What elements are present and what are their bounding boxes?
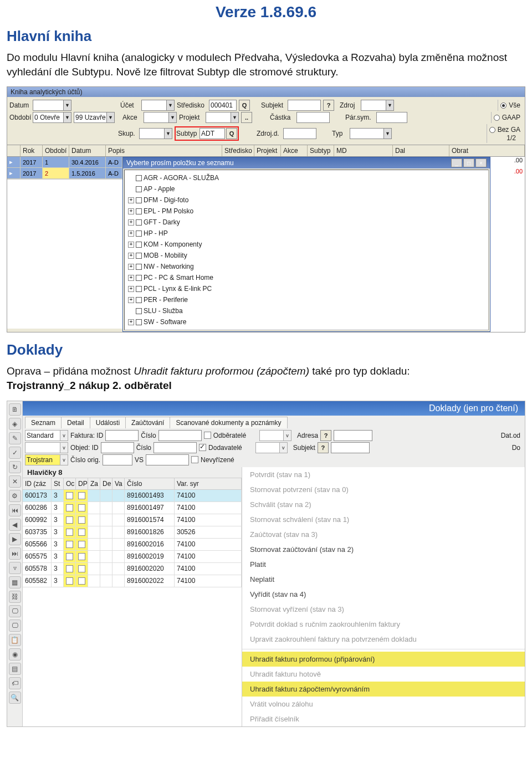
zdroj-combo[interactable]: ▼ bbox=[361, 100, 394, 111]
combo[interactable]: v bbox=[255, 442, 288, 453]
cislo2-input[interactable] bbox=[154, 442, 197, 453]
subjekt-input[interactable] bbox=[331, 442, 370, 453]
expand-icon[interactable]: + bbox=[128, 242, 134, 248]
edit-icon[interactable]: ✎ bbox=[9, 432, 21, 444]
prev-icon[interactable]: ◀ bbox=[9, 519, 21, 531]
expand-icon[interactable]: + bbox=[128, 297, 134, 303]
monitor-icon[interactable]: 🖵 bbox=[9, 605, 21, 617]
tree-node[interactable]: +PCL - Lynx & E-link PC bbox=[128, 283, 485, 294]
menu-item[interactable]: Platit bbox=[242, 557, 525, 572]
radio-gaap[interactable]: GAAP bbox=[494, 113, 520, 122]
list-icon[interactable]: ▤ bbox=[9, 663, 21, 675]
chevron-down-icon[interactable]: ▼ bbox=[168, 112, 176, 122]
stredisko-input[interactable]: 000401 bbox=[209, 100, 237, 111]
tab[interactable]: Detail bbox=[61, 417, 90, 428]
subtyp-input[interactable]: ADT bbox=[200, 128, 225, 139]
ucet-combo[interactable]: ▼ bbox=[141, 100, 175, 111]
first-icon[interactable]: ⏮ bbox=[9, 504, 21, 516]
menu-item[interactable]: Neplatit bbox=[242, 572, 525, 587]
tree-checkbox[interactable] bbox=[136, 175, 142, 181]
maximize-icon[interactable]: □ bbox=[463, 158, 474, 167]
chevron-down-icon[interactable]: v bbox=[60, 443, 68, 453]
chevron-down-icon[interactable]: ▼ bbox=[106, 112, 114, 122]
akce-combo[interactable]: ▼ bbox=[144, 112, 177, 123]
help-button[interactable]: ? bbox=[318, 442, 329, 453]
tree-checkbox[interactable] bbox=[136, 197, 142, 203]
tree-checkbox[interactable] bbox=[136, 186, 142, 192]
radio-bezga[interactable]: Bez GA bbox=[489, 125, 520, 134]
chevron-down-icon[interactable]: v bbox=[283, 431, 291, 441]
chevron-down-icon[interactable]: ▼ bbox=[166, 100, 174, 110]
next-icon[interactable]: ▶ bbox=[9, 533, 21, 545]
faktura-id-input[interactable] bbox=[105, 430, 139, 441]
table-row[interactable]: 6055753891600201974100 bbox=[23, 551, 242, 563]
tab[interactable]: Seznam bbox=[25, 417, 62, 428]
chevron-down-icon[interactable]: v bbox=[60, 431, 68, 441]
last-icon[interactable]: ⏭ bbox=[9, 547, 21, 560]
adresa-input[interactable] bbox=[334, 430, 372, 441]
standard-combo[interactable]: Standardv bbox=[25, 430, 68, 441]
table-row[interactable]: 6037353891600182630526 bbox=[23, 526, 242, 539]
expand-icon[interactable]: + bbox=[128, 219, 134, 226]
cislo-orig-input[interactable] bbox=[103, 454, 132, 465]
tree-checkbox[interactable] bbox=[136, 242, 142, 248]
castka-input[interactable] bbox=[296, 112, 330, 123]
table-row[interactable]: 6055663891600201674100 bbox=[23, 539, 242, 551]
tree-node[interactable]: +KOM - Komponenty bbox=[128, 239, 485, 250]
expand-icon[interactable]: + bbox=[128, 286, 134, 292]
cog-icon[interactable]: ⚙ bbox=[9, 490, 21, 502]
tree-checkbox[interactable] bbox=[136, 219, 142, 226]
more-button[interactable]: .. bbox=[241, 112, 252, 123]
vs-input[interactable] bbox=[146, 454, 189, 465]
table-row[interactable]: 6055783891600202074100 bbox=[23, 563, 242, 575]
menu-item[interactable]: Vyřídit (stav na 4) bbox=[242, 587, 525, 602]
tree-node[interactable]: +NW - Networking bbox=[128, 261, 485, 272]
tree-node[interactable]: +PER - Periferie bbox=[128, 294, 485, 305]
chevron-down-icon[interactable]: ▼ bbox=[63, 100, 71, 110]
tree-node[interactable]: +MOB - Mobility bbox=[128, 250, 485, 261]
tab[interactable]: Scanované dokumenty a poznámky bbox=[170, 417, 287, 428]
table-row[interactable]: 6055823891600202274100 bbox=[23, 575, 242, 587]
help-button[interactable]: ? bbox=[320, 430, 331, 441]
chevron-down-icon[interactable]: ▼ bbox=[231, 112, 238, 122]
tree-node[interactable]: +PC - PC & Smart Home bbox=[128, 272, 485, 283]
menu-item[interactable]: Uhradit fakturu zápočtem/vyrovnáním bbox=[242, 682, 525, 697]
tag-icon[interactable]: 🏷 bbox=[9, 677, 21, 689]
chevron-down-icon[interactable]: v bbox=[60, 455, 68, 465]
datum-combo[interactable]: ▼ bbox=[33, 100, 71, 111]
grid-icon[interactable]: ▦ bbox=[9, 576, 21, 588]
dodavatele-check[interactable] bbox=[199, 444, 206, 451]
tree-node[interactable]: +EPL - PM Polsko bbox=[128, 206, 485, 217]
close-icon[interactable]: ✕ bbox=[9, 475, 21, 488]
subjekt-input[interactable] bbox=[288, 100, 321, 111]
tree-node[interactable]: +DFM - Digi-foto bbox=[128, 194, 485, 206]
expand-icon[interactable]: + bbox=[128, 275, 134, 281]
parsym-input[interactable] bbox=[376, 112, 407, 123]
toggle-icon[interactable]: ◈ bbox=[9, 418, 21, 430]
minimize-icon[interactable]: _ bbox=[451, 158, 462, 167]
tree-checkbox[interactable] bbox=[136, 231, 142, 237]
clipboard-icon[interactable]: 📋 bbox=[9, 634, 21, 646]
tree-node[interactable]: +HP - HP bbox=[128, 228, 485, 239]
obdobi-from-combo[interactable]: 0 Otevře▼ bbox=[33, 112, 71, 123]
expand-icon[interactable]: + bbox=[128, 197, 134, 203]
link-icon[interactable]: ⛓ bbox=[9, 591, 21, 603]
help-button[interactable]: ? bbox=[323, 100, 334, 111]
radio-vse[interactable]: Vše bbox=[500, 101, 520, 110]
trojstran-combo[interactable]: Trojstranv bbox=[25, 454, 68, 465]
tree-checkbox[interactable] bbox=[136, 297, 142, 303]
table-row[interactable]: 6001733891600149374100 bbox=[23, 490, 242, 502]
cislo-input[interactable] bbox=[158, 430, 202, 441]
chevron-down-icon[interactable]: v bbox=[279, 443, 287, 453]
combo[interactable]: v bbox=[259, 430, 291, 441]
circle-icon[interactable]: ◉ bbox=[9, 648, 21, 661]
chevron-down-icon[interactable]: ▼ bbox=[164, 129, 172, 139]
chevron-down-icon[interactable]: ▼ bbox=[63, 112, 71, 122]
tab[interactable]: Události bbox=[90, 417, 126, 428]
tab[interactable]: Zaúčtování bbox=[125, 417, 170, 428]
tree-checkbox[interactable] bbox=[136, 319, 142, 325]
nevyrizene-check[interactable] bbox=[191, 456, 198, 463]
table-row[interactable]: ▸ 2017 1 30.4.2016 A-D bbox=[7, 157, 122, 168]
close-icon[interactable]: × bbox=[475, 158, 487, 167]
expand-icon[interactable]: + bbox=[128, 208, 134, 214]
